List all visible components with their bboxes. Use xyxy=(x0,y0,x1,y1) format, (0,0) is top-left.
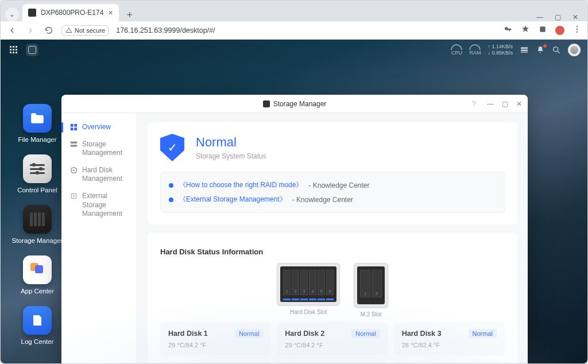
svg-point-16 xyxy=(554,47,558,52)
taskbar-app-icon[interactable] xyxy=(26,44,38,56)
m2-enclosure[interactable]: 1 2 xyxy=(354,263,388,308)
tab-close-icon[interactable]: × xyxy=(108,8,113,17)
nav-reload-icon[interactable] xyxy=(43,26,55,35)
security-chip[interactable]: Not secure xyxy=(61,25,109,36)
desktop-dock: File Manager Control Panel Storage Manag… xyxy=(11,104,64,345)
hd-enclosure[interactable]: 1 2 3 4 5 6 xyxy=(277,263,340,305)
main-panel: ✓ Normal Storage System Status 《How to c… xyxy=(137,113,528,363)
kb-link-raid[interactable]: 《How to choose the right RAID mode》 xyxy=(179,180,303,190)
svg-rect-18 xyxy=(74,124,77,127)
nas-desktop: CPU RAM ↑ 1.14KB/s↓ 0.85KB/s File Manage… xyxy=(1,40,587,363)
user-avatar[interactable] xyxy=(568,44,581,56)
window-app-icon xyxy=(263,100,270,107)
dock-log-center[interactable]: Log Center xyxy=(11,306,64,345)
window-minimize[interactable]: — xyxy=(536,13,543,21)
kb-link-ext[interactable]: 《External Storage Management》 xyxy=(179,195,287,204)
status-badge: Normal xyxy=(351,329,380,338)
m2-slot[interactable]: 1 xyxy=(360,270,370,297)
ext-storage-icon xyxy=(69,192,78,200)
window-help-button[interactable]: ? xyxy=(472,99,476,108)
window-maximize[interactable]: ▢ xyxy=(555,13,561,21)
disk-card[interactable]: Hard Disk 1Normal 29 °C/84.2 °F xyxy=(160,322,271,355)
nav-back-icon[interactable] xyxy=(6,26,18,35)
disk-grid: Hard Disk 1Normal 29 °C/84.2 °F Hard Dis… xyxy=(160,322,505,363)
dock-control-panel[interactable]: Control Panel xyxy=(11,154,64,193)
disk-card[interactable]: Hard Disk 4Normal 28 °C/82.4 °F xyxy=(160,361,271,363)
disk-name: Hard Disk 1 xyxy=(168,330,208,338)
disk-temp: 29 °C/84.2 °F xyxy=(168,342,263,348)
window-close[interactable]: ✕ xyxy=(572,13,578,21)
bullet-icon xyxy=(169,183,173,188)
notification-bell-icon[interactable] xyxy=(536,45,545,55)
disk-card[interactable]: Hard Disk 5Normal 29 °C/84.2 °F xyxy=(277,361,388,363)
window-maximize-button[interactable]: ▢ xyxy=(502,100,508,108)
hd-slot[interactable]: 5 xyxy=(318,270,325,295)
sidebar-item-hdd-mgmt[interactable]: Hard Disk Management xyxy=(61,162,137,188)
dock-app-center[interactable]: App Center xyxy=(11,255,64,295)
hd-slot[interactable]: 6 xyxy=(326,270,334,295)
disk-card[interactable]: Hard Disk 2Normal 29 °C/84.2 °F xyxy=(277,322,388,355)
tab-dropdown[interactable]: ⌄ xyxy=(5,7,19,21)
app-grid-icon[interactable] xyxy=(7,44,20,56)
sidebar-item-label: Overview xyxy=(82,123,111,132)
overview-icon xyxy=(69,123,78,131)
hd-slot[interactable]: 2 xyxy=(292,270,299,295)
nav-forward-icon[interactable] xyxy=(25,26,36,35)
status-badge: Normal xyxy=(469,329,497,338)
browser-tabstrip: ⌄ DXP6800PRO-E174 × + — ▢ ✕ xyxy=(1,1,587,21)
ram-gauge[interactable]: RAM xyxy=(469,44,481,56)
disk-name: Hard Disk 3 xyxy=(402,330,442,338)
sidebar-item-overview[interactable]: Overview xyxy=(61,119,137,136)
window-titlebar[interactable]: Storage Manager ? — ▢ ✕ xyxy=(61,95,528,113)
hd-slot[interactable]: 3 xyxy=(300,270,308,295)
storage-mgmt-icon xyxy=(69,141,78,148)
dock-storage-manager[interactable]: Storage Manager xyxy=(11,205,64,244)
sidebar-item-label: External Storage Management xyxy=(82,192,130,219)
status-subtitle: Storage System Status xyxy=(196,152,266,160)
app-center-icon xyxy=(23,255,52,284)
hd-section-title: Hard Disk Status Information xyxy=(160,247,505,256)
svg-rect-10 xyxy=(10,52,11,53)
svg-rect-20 xyxy=(74,127,77,130)
dock-file-manager[interactable]: File Manager xyxy=(11,104,64,143)
svg-rect-7 xyxy=(10,49,11,51)
hd-slot[interactable]: 4 xyxy=(309,270,316,295)
profile-avatar[interactable] xyxy=(555,26,564,35)
dock-label: Log Center xyxy=(21,338,54,345)
new-tab-button[interactable]: + xyxy=(122,9,138,21)
shield-check-icon: ✓ xyxy=(160,134,184,161)
hd-slot[interactable]: 1 xyxy=(283,270,291,295)
svg-rect-12 xyxy=(16,52,17,53)
browser-tab[interactable]: DXP6800PRO-E174 × xyxy=(22,4,119,21)
search-icon[interactable] xyxy=(552,45,561,55)
svg-point-1 xyxy=(577,26,578,27)
svg-rect-15 xyxy=(521,52,528,52)
dock-label: Storage Manager xyxy=(12,237,63,244)
bookmark-icon[interactable] xyxy=(521,25,530,36)
cpu-gauge[interactable]: CPU xyxy=(451,44,462,56)
sidebar-item-storage-mgmt[interactable]: Storage Management xyxy=(61,136,137,162)
hd-status-card: Hard Disk Status Information 1 2 3 4 xyxy=(148,233,517,363)
kb-suffix: - Knowledge Center xyxy=(308,181,369,189)
sidebar-item-ext-storage[interactable]: External Storage Management xyxy=(61,188,137,223)
svg-point-3 xyxy=(577,31,578,32)
extensions-icon[interactable] xyxy=(538,25,547,36)
favicon xyxy=(28,9,36,17)
tab-title: DXP6800PRO-E174 xyxy=(41,9,103,17)
window-title-text: Storage Manager xyxy=(273,100,327,108)
window-minimize-button[interactable]: — xyxy=(487,100,494,108)
disk-card[interactable]: Hard Disk 6Normal 28 °C/82.4 °F xyxy=(394,361,505,363)
m2-slot[interactable]: 2 xyxy=(372,270,382,297)
status-badge: Normal xyxy=(235,329,263,338)
device-label: M.2 Slot xyxy=(361,311,382,317)
password-key-icon[interactable] xyxy=(504,25,513,36)
dock-label: Control Panel xyxy=(17,187,57,193)
dashboard-icon[interactable] xyxy=(520,45,529,55)
svg-point-2 xyxy=(577,28,578,29)
menu-icon[interactable] xyxy=(572,25,582,36)
address-url[interactable]: 176.16.251.63:9999/desktop/#/ xyxy=(116,26,497,34)
dock-label: App Center xyxy=(21,288,54,295)
window-close-button[interactable]: ✕ xyxy=(516,100,522,108)
sidebar-item-label: Storage Management xyxy=(82,140,130,158)
disk-card[interactable]: Hard Disk 3Normal 28 °C/82.4 °F xyxy=(394,322,505,355)
